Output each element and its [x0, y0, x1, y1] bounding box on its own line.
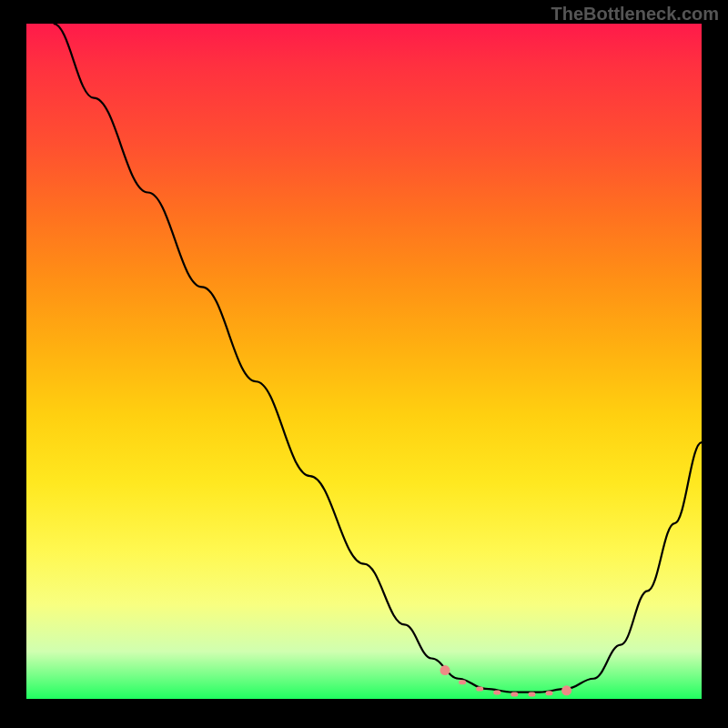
optimal-dash	[476, 686, 483, 691]
chart-svg	[26, 24, 702, 699]
optimal-dash	[511, 693, 518, 697]
optimal-dash	[441, 669, 449, 673]
optimal-dash	[563, 689, 571, 693]
optimal-dash	[528, 693, 535, 697]
optimal-dash	[546, 691, 553, 695]
optimal-dash	[459, 680, 466, 684]
chart-plot-area	[26, 24, 702, 699]
watermark-text: TheBottleneck.com	[551, 4, 719, 25]
bottleneck-curve-path	[54, 24, 702, 693]
optimal-dash	[493, 690, 500, 694]
